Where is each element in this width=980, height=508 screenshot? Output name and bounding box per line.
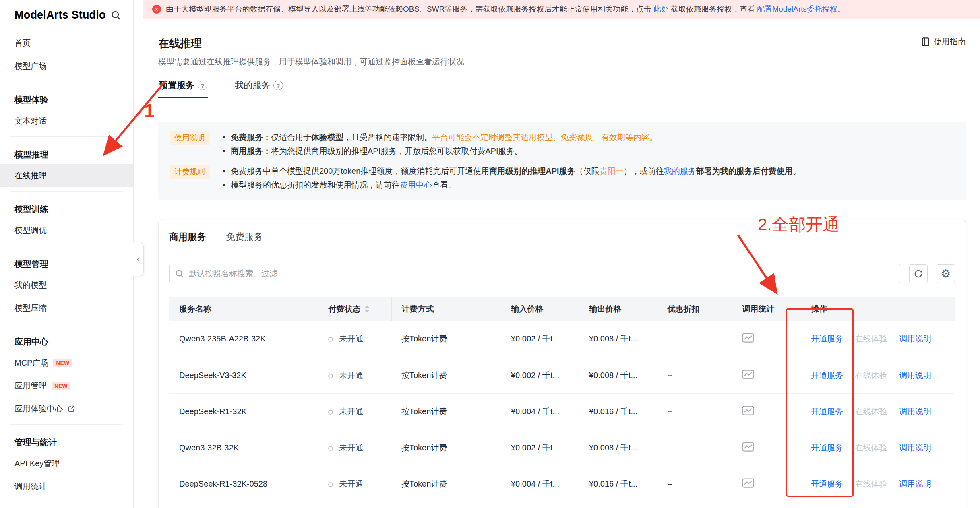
sidebar-section-title: 模型体验 — [0, 86, 133, 109]
online-experience-link[interactable]: 在线体验 — [855, 443, 887, 452]
text-segment: （仅限 — [575, 167, 600, 176]
text-segment: ，且受严格的速率限制。 — [343, 133, 432, 142]
online-experience-link[interactable]: 在线体验 — [855, 334, 887, 343]
actions-cell: 开通服务 在线体验 调用说明 — [801, 357, 955, 393]
output-price-cell: ¥0.016 / 千t... — [579, 393, 657, 430]
sidebar-item-模型广场[interactable]: 模型广场 — [0, 55, 133, 78]
sidebar-collapse-button[interactable]: ‹ — [133, 242, 144, 276]
tab-preset-services[interactable]: 预置服务 ? — [158, 79, 208, 98]
sidebar-item-模型压缩[interactable]: 模型压缩 — [0, 297, 133, 320]
open-service-link[interactable]: 开通服务 — [811, 443, 843, 452]
sidebar-search-icon[interactable] — [111, 10, 121, 21]
call-stats-cell — [732, 430, 801, 466]
external-link-icon — [68, 405, 75, 413]
text-segment: 仅适合用于 — [271, 133, 311, 142]
service-row: Qwen3-32B-32K 未开通 按Token计费 ¥0.002 / 千t..… — [169, 430, 955, 466]
help-icon[interactable]: ? — [198, 81, 207, 90]
sidebar-item-文本对话[interactable]: 文本对话 — [0, 109, 133, 132]
search-input[interactable] — [169, 264, 900, 283]
inline-link[interactable]: 贵阳一 — [600, 167, 624, 176]
sidebar-item-我的模型[interactable]: 我的模型 — [0, 274, 133, 297]
sidebar-divider — [10, 246, 123, 246]
app-title: ModelArts Studio — [14, 9, 106, 21]
call-docs-link[interactable]: 调用说明 — [899, 443, 931, 452]
sidebar-item-在线推理[interactable]: 在线推理 — [0, 164, 133, 187]
discount-cell: -- — [657, 466, 732, 502]
monitoring-chart-icon[interactable] — [742, 370, 754, 379]
sidebar-item-调用统计[interactable]: 调用统计 — [0, 475, 133, 498]
sort-icon[interactable] — [364, 305, 370, 313]
open-service-link[interactable]: 开通服务 — [811, 407, 843, 416]
sidebar-item-label: 文本对话 — [14, 116, 47, 126]
help-icon[interactable]: ? — [273, 81, 283, 90]
status-label: 未开通 — [339, 443, 364, 452]
actions-cell: 开通服务 在线体验 调用说明 — [801, 466, 955, 502]
notice-line: 模型服务的优惠折扣的发放和使用情况，请前往费用中心查看。 — [222, 178, 801, 192]
status-label: 未开通 — [339, 371, 364, 380]
sidebar-section-title: 模型推理 — [0, 141, 133, 164]
tab-my-services[interactable]: 我的服务 ? — [234, 79, 284, 98]
monitoring-chart-icon[interactable] — [742, 333, 754, 343]
column-settings-button[interactable]: ⚙ — [937, 264, 955, 283]
sidebar-item-API Key管理[interactable]: API Key管理 — [0, 452, 133, 475]
text-segment: 商用级别的推理API服务 — [489, 167, 575, 176]
monitoring-chart-icon[interactable] — [742, 478, 754, 488]
monitoring-chart-icon[interactable] — [742, 442, 754, 452]
input-price-cell: ¥0.002 / 千t... — [501, 321, 579, 357]
open-service-link[interactable]: 开通服务 — [811, 334, 843, 343]
tab-free-services[interactable]: 免费服务 — [226, 231, 263, 243]
sidebar-item-模型调优[interactable]: 模型调优 — [0, 219, 133, 242]
refresh-button[interactable] — [909, 264, 928, 283]
call-docs-link[interactable]: 调用说明 — [899, 334, 931, 343]
sidebar-item-MCP广场[interactable]: MCP广场NEW — [0, 351, 133, 374]
status-label: 未开通 — [339, 479, 364, 488]
sidebar-item-首页[interactable]: 首页 — [0, 32, 133, 55]
call-stats-cell — [732, 321, 801, 357]
call-docs-link[interactable]: 调用说明 — [899, 371, 931, 380]
inline-link[interactable]: 费用中心 — [400, 180, 432, 189]
inline-link[interactable]: 配置ModelArts委托授权。 — [757, 5, 845, 13]
online-experience-link[interactable]: 在线体验 — [855, 371, 887, 380]
input-price-cell: ¥0.002 / 千t... — [501, 357, 579, 393]
tab-commercial-services[interactable]: 商用服务 — [169, 231, 206, 243]
text-segment: 免费服务中单个模型提供200万token推理额度，额度消耗完后可开通使用 — [231, 167, 489, 176]
column-header: 计费方式 — [391, 297, 501, 321]
output-price-cell: ¥0.008 / 千t... — [579, 430, 657, 466]
sidebar-nav: 首页模型广场模型体验文本对话模型推理在线推理模型训练模型调优模型管理我的模型模型… — [0, 28, 133, 498]
sidebar-item-label: 在线推理 — [14, 170, 47, 181]
notice-line: 商用服务：将为您提供商用级别的推理API服务，开放后您可以获取付费API服务。 — [222, 144, 657, 158]
inline-link[interactable]: 我的服务 — [664, 167, 696, 176]
text-segment: ），或前往 — [624, 167, 664, 176]
status-dot-icon — [328, 446, 333, 451]
call-docs-link[interactable]: 调用说明 — [899, 407, 931, 416]
online-experience-link[interactable]: 在线体验 — [855, 407, 887, 416]
service-row: Qwen3-235B-A22B-32K 未开通 按Token计费 ¥0.002 … — [169, 321, 955, 357]
call-stats-cell — [732, 466, 801, 502]
actions-cell: 开通服务 在线体验 调用说明 — [801, 321, 955, 357]
call-docs-link[interactable]: 调用说明 — [899, 479, 931, 488]
input-price-cell: ¥0.002 / 千t... — [501, 430, 579, 466]
online-experience-link[interactable]: 在线体验 — [855, 479, 887, 488]
text-segment: 部署为我的服务后付费使用 — [696, 167, 793, 176]
payment-status-cell: 未开通 — [318, 357, 391, 393]
usage-guide-link[interactable]: 使用指南 — [921, 36, 966, 47]
service-row: DeepSeek-R1-32K-0528 未开通 按Token计费 ¥0.004… — [169, 466, 955, 502]
payment-status-cell: 未开通 — [318, 430, 391, 466]
dependency-warning-banner: ✕ 由于大模型即服务平台的数据存储、模型导入以及部署上线等功能依赖OBS、SWR… — [143, 0, 980, 19]
column-header[interactable]: 付费状态 — [318, 297, 391, 321]
status-dot-icon — [328, 482, 333, 487]
actions-cell: 开通服务 在线体验 调用说明 — [801, 430, 955, 466]
guide-label: 使用指南 — [934, 36, 966, 47]
monitoring-chart-icon[interactable] — [742, 406, 754, 415]
open-service-link[interactable]: 开通服务 — [811, 479, 843, 488]
column-header-label: 输出价格 — [589, 304, 622, 314]
sidebar-item-应用体验中心[interactable]: 应用体验中心 — [0, 397, 133, 420]
chevron-left-icon: ‹ — [137, 253, 140, 264]
status-label: 未开通 — [339, 334, 364, 343]
payment-status-cell: 未开通 — [318, 393, 391, 430]
inline-link[interactable]: 此处 — [653, 5, 669, 13]
sidebar-item-label: 首页 — [14, 38, 31, 49]
services-card: 商用服务 免费服务 ⚙ 服务名称付费状态计费方式输入价格输出价格优惠折扣调用统计… — [158, 220, 966, 508]
open-service-link[interactable]: 开通服务 — [811, 371, 843, 380]
sidebar-item-应用管理[interactable]: 应用管理NEW — [0, 374, 133, 397]
